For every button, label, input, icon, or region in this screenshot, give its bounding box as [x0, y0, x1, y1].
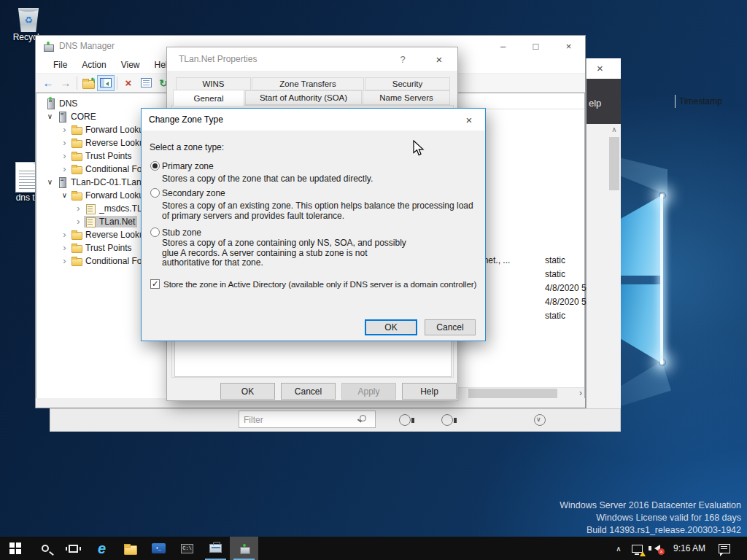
- start-button[interactable]: [0, 537, 31, 560]
- network-status-icon[interactable]: [627, 537, 647, 560]
- secondary-zone-radio[interactable]: [150, 188, 160, 198]
- background-window-dark-area: elp: [587, 79, 621, 124]
- search-icon: [360, 415, 366, 421]
- delete-button[interactable]: ×: [120, 75, 137, 91]
- taskbar-search-button[interactable]: [31, 537, 59, 560]
- close-button[interactable]: ×: [552, 36, 585, 56]
- secondary-zone-label[interactable]: Secondary zone: [162, 188, 225, 198]
- properties-titlebar[interactable]: TLan.Net Properties ? ×: [167, 47, 457, 71]
- internet-explorer-icon: e: [98, 541, 106, 556]
- scroll-up-icon[interactable]: ∧: [609, 125, 619, 133]
- tab-general[interactable]: General: [173, 90, 244, 106]
- dialog-close-button[interactable]: ×: [457, 109, 481, 131]
- chevron-collapsed-icon[interactable]: ›: [59, 152, 70, 160]
- taskbar-clock[interactable]: 9:16 AM: [667, 537, 712, 560]
- properties-help-button[interactable]: Help: [402, 383, 457, 400]
- delete-icon: ×: [125, 77, 132, 89]
- stub-zone-label[interactable]: Stub zone: [162, 228, 201, 238]
- recycle-bin-icon: ♻: [17, 6, 40, 32]
- folder-icon: [71, 125, 82, 135]
- change-zone-type-dialog: Change Zone Type × Select a zone type: P…: [141, 108, 486, 341]
- system-tray: ∧ × 9:16 AM: [610, 537, 747, 560]
- show-console-tree-button[interactable]: [97, 75, 115, 91]
- notification-flag-icon[interactable]: [399, 414, 411, 426]
- filter-input[interactable]: [239, 411, 376, 428]
- scroll-right-icon[interactable]: ›: [579, 388, 582, 398]
- toolbar-separator: [117, 77, 117, 90]
- properties-button[interactable]: [137, 75, 155, 91]
- properties-ok-button[interactable]: OK: [220, 383, 275, 400]
- chevron-collapsed-icon[interactable]: ›: [59, 244, 70, 252]
- chevron-expanded-icon[interactable]: ∨: [44, 113, 55, 120]
- dialog-help-button[interactable]: ?: [392, 47, 414, 71]
- tab-zone-transfers[interactable]: Zone Transfers: [252, 77, 364, 90]
- volume-muted-icon[interactable]: ×: [647, 537, 667, 560]
- folder-up-icon: ↰: [82, 79, 94, 88]
- windows-logo-edge: [660, 194, 663, 365]
- dns-manager-taskbar-button[interactable]: [230, 537, 258, 560]
- tab-wins[interactable]: WINS: [176, 77, 251, 90]
- network-warning-icon: [640, 551, 646, 556]
- task-view-button[interactable]: [59, 537, 88, 560]
- command-prompt-button[interactable]: C:\: [173, 537, 201, 560]
- primary-zone-radio[interactable]: [150, 161, 160, 171]
- chevron-collapsed-icon[interactable]: ›: [73, 218, 84, 225]
- background-window-titlebar: ×: [587, 58, 621, 79]
- close-icon[interactable]: ×: [597, 62, 603, 74]
- chevron-expanded-icon[interactable]: ∨: [44, 179, 55, 186]
- chevron-collapsed-icon[interactable]: ›: [59, 126, 70, 133]
- action-center-button[interactable]: [712, 537, 737, 560]
- menu-view[interactable]: View: [114, 56, 147, 73]
- command-prompt-icon: C:\: [181, 544, 193, 553]
- store-in-ad-label[interactable]: Store the zone in Active Directory (avai…: [163, 279, 476, 289]
- zone-cancel-button[interactable]: Cancel: [425, 319, 476, 335]
- up-one-level-button[interactable]: ↰: [80, 75, 97, 91]
- windows-logo-pane: [619, 284, 662, 363]
- properties-list-box[interactable]: [174, 341, 452, 377]
- vertical-scrollbar[interactable]: ∧ ∨: [609, 125, 619, 429]
- chevron-collapsed-icon[interactable]: ›: [73, 205, 84, 212]
- maximize-button[interactable]: □: [519, 36, 552, 56]
- store-in-ad-checkbox[interactable]: ✓: [150, 279, 160, 289]
- notification-flag-icon[interactable]: [441, 414, 453, 426]
- primary-zone-description: Stores a copy of the zone that can be up…: [162, 174, 468, 184]
- scrollbar-thumb[interactable]: [468, 389, 557, 398]
- windows-logo-pane: [619, 195, 662, 276]
- folder-icon: [71, 138, 82, 148]
- forward-button[interactable]: →: [57, 75, 74, 91]
- minimize-button[interactable]: –: [487, 36, 519, 56]
- scrollbar-thumb[interactable]: [609, 137, 619, 190]
- chevron-collapsed-icon[interactable]: ›: [59, 257, 70, 265]
- stub-zone-radio[interactable]: [150, 228, 160, 237]
- properties-cancel-button[interactable]: Cancel: [281, 383, 336, 400]
- taskbar: e ›_ C:\ ∧ × 9:16 AM: [0, 537, 747, 560]
- chevron-collapsed-icon[interactable]: ›: [59, 166, 70, 173]
- chevron-expanded-icon[interactable]: ∨: [59, 192, 70, 199]
- console-tree-icon: [100, 78, 112, 88]
- forward-icon: →: [61, 77, 71, 89]
- dialog-close-button[interactable]: ×: [427, 47, 452, 71]
- back-button[interactable]: ←: [39, 75, 57, 91]
- tab-name-servers[interactable]: Name Servers: [363, 90, 450, 105]
- primary-zone-label[interactable]: Primary zone: [162, 161, 214, 171]
- menu-file[interactable]: File: [46, 56, 74, 73]
- internet-explorer-button[interactable]: e: [88, 537, 116, 560]
- file-explorer-button[interactable]: [116, 537, 144, 560]
- tab-start-of-authority[interactable]: Start of Authority (SOA): [245, 90, 362, 105]
- column-separator[interactable]: [675, 95, 676, 108]
- hidden-icons-chevron[interactable]: ∧: [610, 537, 627, 560]
- server-manager-strip: ∨: [50, 408, 621, 432]
- chevron-collapsed-icon[interactable]: ›: [59, 231, 70, 238]
- properties-icon: [141, 78, 152, 88]
- folder-icon: [71, 243, 82, 253]
- logo-glow: [659, 359, 666, 366]
- tasks-dropdown-icon[interactable]: ∨: [534, 414, 546, 426]
- timestamp-column-header[interactable]: Timestamp: [679, 96, 722, 106]
- zone-dialog-titlebar[interactable]: Change Zone Type ×: [142, 109, 485, 131]
- chevron-collapsed-icon[interactable]: ›: [59, 139, 70, 147]
- powershell-button[interactable]: ›_: [144, 537, 173, 560]
- zone-ok-button[interactable]: OK: [365, 319, 417, 335]
- tab-security[interactable]: Security: [365, 77, 450, 90]
- server-manager-button[interactable]: [201, 537, 230, 560]
- menu-action[interactable]: Action: [74, 56, 113, 73]
